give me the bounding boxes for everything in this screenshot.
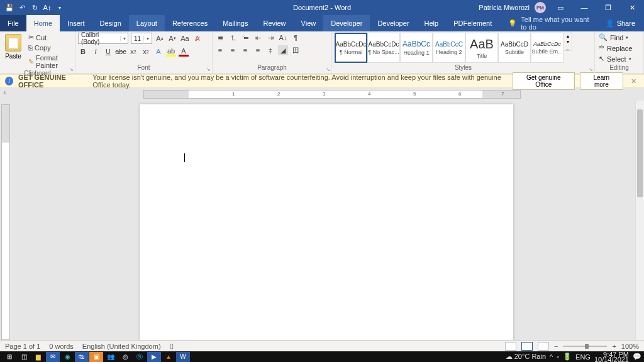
menu-developer2[interactable]: Developer — [370, 15, 416, 31]
start-icon[interactable]: ⊞ — [3, 352, 16, 362]
menu-help[interactable]: Help — [417, 15, 447, 31]
borders-icon[interactable]: 田 — [291, 45, 301, 55]
grow-font-icon[interactable]: A▴ — [155, 33, 165, 43]
font-size-combo[interactable]: 11▾ — [131, 33, 152, 44]
maximize-icon[interactable]: ❐ — [599, 0, 618, 15]
clipboard-launcher-icon[interactable]: ↘ — [69, 67, 74, 72]
decrease-indent-icon[interactable]: ⇤ — [253, 33, 263, 43]
menu-design[interactable]: Design — [92, 15, 129, 31]
italic-button[interactable]: I — [91, 47, 101, 57]
justify-icon[interactable]: ≡ — [253, 45, 263, 55]
vertical-ruler[interactable] — [0, 101, 11, 340]
battery-icon[interactable]: 🔋 — [563, 353, 572, 361]
menu-developer[interactable]: Developer — [323, 15, 370, 31]
print-layout-icon[interactable] — [521, 342, 533, 351]
teams-icon[interactable]: 👥 — [104, 352, 118, 362]
menu-layout[interactable]: Layout — [129, 15, 165, 31]
notification-icon[interactable]: 💬 — [633, 353, 641, 361]
change-case-icon[interactable]: Aa — [180, 33, 190, 43]
style---normal[interactable]: AaBbCcDc¶ Normal — [335, 33, 367, 63]
menu-review[interactable]: Review — [256, 15, 294, 31]
menu-pdfelement[interactable]: PDFelement — [446, 15, 499, 31]
task-view-icon[interactable]: ◫ — [17, 352, 31, 362]
clock[interactable]: 9:47 PM 10/14/2021 — [594, 352, 629, 362]
status-words[interactable]: 0 words — [49, 343, 74, 350]
menu-insert[interactable]: Insert — [60, 15, 92, 31]
share-button[interactable]: 👤 Share — [597, 15, 644, 31]
copy-button[interactable]: ⎘Copy — [26, 43, 72, 52]
mail-icon[interactable]: ✉ — [46, 352, 60, 362]
cut-button[interactable]: ✂Cut — [26, 33, 72, 42]
movies-icon[interactable]: ▶ — [147, 352, 161, 362]
highlight-icon[interactable]: ab — [166, 47, 176, 57]
show-marks-icon[interactable]: ¶ — [291, 33, 301, 43]
avatar[interactable]: PM — [535, 2, 546, 13]
qat-more-icon[interactable]: ▾ — [55, 3, 64, 12]
read-mode-icon[interactable] — [505, 342, 516, 351]
style-subtitle[interactable]: AaBbCcDSubtitle — [498, 33, 531, 63]
close-icon[interactable]: ✕ — [623, 0, 641, 15]
page[interactable] — [140, 104, 513, 340]
explorer-icon[interactable]: ▆ — [31, 352, 45, 362]
find-button[interactable]: 🔍Find▾ — [597, 33, 630, 42]
vlc-icon[interactable]: ▲ — [162, 352, 175, 362]
language-indicator[interactable]: ENG — [575, 353, 591, 361]
tray-app-icon[interactable]: ▫ — [557, 353, 559, 361]
multilevel-icon[interactable]: ≔ — [240, 33, 250, 43]
shading-icon[interactable]: ◢ — [278, 45, 288, 55]
word-taskbar-icon[interactable]: W — [176, 352, 190, 362]
save-icon[interactable]: 💾 — [5, 3, 14, 12]
undo-icon[interactable]: ↶ — [18, 3, 26, 12]
styles-launcher-icon[interactable]: ↘ — [589, 67, 593, 72]
style-heading-2[interactable]: AaBbCcCHeading 2 — [433, 33, 465, 63]
styles-more-icon[interactable]: ▴▾⎯ — [564, 33, 572, 51]
learn-more-button[interactable]: Learn more — [580, 72, 623, 90]
line-spacing-icon[interactable]: ‡ — [265, 45, 275, 55]
store-icon[interactable]: 🛍 — [75, 352, 89, 362]
subscript-button[interactable]: x2 — [128, 47, 138, 57]
text-effects-icon[interactable]: A — [153, 47, 164, 57]
menu-view[interactable]: View — [294, 15, 324, 31]
style-heading-1[interactable]: AaBbCcHeading 1 — [400, 33, 433, 63]
tell-me[interactable]: 💡 Tell me what you want to do — [499, 15, 596, 31]
user-name[interactable]: Patricia Mworozi — [479, 4, 530, 11]
strike-button[interactable]: abc — [116, 47, 126, 57]
redo-icon[interactable]: ↻ — [30, 3, 39, 12]
format-painter-button[interactable]: ✎Format Painter — [26, 53, 72, 70]
increase-indent-icon[interactable]: ⇥ — [265, 33, 275, 43]
status-page[interactable]: Page 1 of 1 — [5, 343, 40, 350]
tray-chevron-icon[interactable]: ^ — [550, 353, 553, 361]
weather-widget[interactable]: ☁ 20°C Rain — [506, 353, 546, 361]
zoom-out-icon[interactable]: − — [554, 343, 558, 350]
menu-home[interactable]: Home — [26, 15, 60, 31]
status-language[interactable]: English (United Kingdom) — [82, 343, 161, 350]
chrome-icon[interactable]: ◎ — [118, 352, 132, 362]
menu-mailings[interactable]: Mailings — [215, 15, 255, 31]
font-color-icon[interactable]: A — [179, 47, 189, 57]
shrink-font-icon[interactable]: A▾ — [167, 33, 177, 43]
font-launcher-icon[interactable]: ↘ — [206, 67, 211, 72]
style-title[interactable]: AaBTitle — [465, 33, 498, 63]
font-name-combo[interactable]: Calibri (Body)▾ — [78, 33, 128, 44]
align-left-icon[interactable]: ≡ — [215, 45, 225, 55]
horizontal-ruler[interactable]: 1 2 3 4 5 6 7 — [11, 88, 644, 101]
get-genuine-button[interactable]: Get genuine Office — [513, 72, 575, 90]
align-center-icon[interactable]: ≡ — [228, 45, 238, 55]
minimize-icon[interactable]: — — [575, 0, 594, 15]
zoom-level[interactable]: 100% — [621, 343, 639, 350]
web-layout-icon[interactable] — [538, 342, 549, 351]
numbering-icon[interactable]: ⒈ — [228, 33, 238, 43]
style---no-spac---[interactable]: AaBbCcDc¶ No Spac... — [367, 33, 400, 63]
bold-button[interactable]: B — [78, 47, 88, 57]
replace-button[interactable]: ᵃᵇReplace — [597, 43, 633, 53]
warning-close-icon[interactable]: ✕ — [628, 77, 639, 85]
edge-icon[interactable]: ◉ — [60, 352, 74, 362]
sort-icon[interactable]: A↓ — [278, 33, 288, 43]
vertical-scrollbar[interactable] — [635, 101, 644, 340]
app-icon[interactable]: ▣ — [89, 352, 103, 362]
style-subtle-em---[interactable]: AaBbCcDcSubtle Em... — [531, 33, 564, 63]
zoom-in-icon[interactable]: + — [612, 343, 616, 350]
menu-references[interactable]: References — [165, 15, 215, 31]
select-button[interactable]: ↖Select▾ — [597, 54, 633, 63]
clear-format-icon[interactable]: A̷ — [192, 33, 203, 43]
